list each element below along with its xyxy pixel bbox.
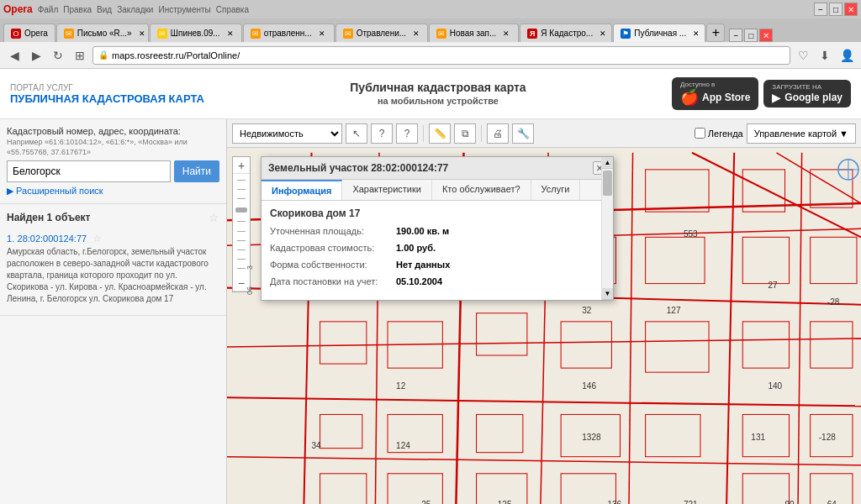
popup-tab-services[interactable]: Услуги — [531, 180, 581, 200]
manage-map-button[interactable]: Управление картой ▼ — [747, 123, 856, 144]
results-star-icon[interactable]: ☆ — [209, 211, 219, 224]
popup-body: Скорикова дом 17 Уточненная площадь: 190… — [261, 201, 613, 300]
scale-label: 3 — [246, 265, 254, 270]
view-menu[interactable]: Вид — [97, 5, 112, 14]
tab-close-yandex[interactable]: ✕ — [598, 29, 608, 39]
property-type-select[interactable]: Недвижимость ОКС Земельный участок — [232, 123, 342, 144]
tab-close-mail1[interactable]: ✕ — [137, 29, 147, 39]
tab-mail4[interactable]: ✉ Отравлени... ✕ — [335, 24, 428, 42]
help-menu[interactable]: Справка — [216, 5, 249, 14]
print-button[interactable]: 🖨 — [487, 123, 509, 144]
result-id[interactable]: 28:02:000124:77 — [18, 234, 87, 244]
popup-scroll-track[interactable] — [602, 169, 613, 288]
toolbar-separator-1 — [423, 125, 424, 142]
bookmarks-menu[interactable]: Закладки — [117, 5, 153, 14]
zoom-tick-8 — [237, 259, 246, 260]
search-input[interactable] — [7, 160, 171, 182]
result-item: 1. 28:02:000124:77 ☆ Амурская область, г… — [7, 229, 219, 308]
zoom-tick-1 — [237, 180, 246, 181]
tab-favicon-mail3: ✉ — [251, 29, 261, 39]
tabs-close-button[interactable]: ✕ — [759, 29, 773, 42]
zoom-tick-5 — [237, 231, 246, 232]
tab-close-mail2[interactable]: ✕ — [225, 29, 235, 39]
zoom-controls: + − — [232, 156, 251, 292]
googleplay-badge[interactable]: ЗАГРУЗИТЕ НА ▶ Google play — [763, 80, 851, 108]
download-icon[interactable]: ⬇ — [816, 46, 834, 65]
back-button[interactable]: ◀ — [5, 46, 24, 65]
zoom-slider[interactable] — [233, 174, 250, 275]
tab-close-mail3[interactable]: ✕ — [317, 29, 327, 39]
zoom-in-button[interactable]: + — [233, 157, 250, 174]
tools-menu[interactable]: Инструменты — [158, 5, 210, 14]
map-toolbar: Недвижимость ОКС Земельный участок ↖ ? ?… — [227, 119, 861, 148]
svg-text:140: 140 — [768, 381, 782, 391]
center-subtitle: на мобильном устройстве — [350, 95, 526, 107]
tab-active[interactable]: ⚑ Публичная ... ✕ — [613, 24, 705, 42]
file-menu[interactable]: Файл — [38, 5, 59, 14]
tab-mail3[interactable]: ✉ отравленн... ✕ — [243, 24, 335, 42]
account-icon[interactable]: 👤 — [837, 46, 856, 65]
layers-button[interactable]: ⧉ — [454, 123, 476, 144]
popup-scroll-thumb[interactable] — [603, 171, 612, 196]
opera-logo: Opera — [3, 3, 33, 15]
info-label-ownership: Форма собственности: — [270, 260, 396, 270]
tab-controls: − □ ✕ — [729, 29, 773, 42]
svg-text:146: 146 — [582, 381, 596, 391]
minimize-button[interactable]: − — [814, 3, 827, 16]
zoom-tick-7 — [237, 249, 246, 250]
tab-close-active[interactable]: ✕ — [691, 29, 701, 39]
tab-mail2[interactable]: ✉ Шпинев.09... ✕ — [150, 24, 242, 42]
legend-checkbox-label[interactable]: Легенда — [695, 128, 743, 139]
search-button[interactable]: Найти — [174, 160, 219, 182]
site-title: ПУБЛИЧНАЯ КАДАСТРОВАЯ КАРТА — [10, 92, 204, 105]
help-tool-button[interactable]: ? — [396, 123, 418, 144]
search-row: Найти — [7, 160, 219, 182]
settings-button[interactable]: 🔧 — [512, 123, 534, 144]
map-canvas[interactable]: 111 21 9 553 27 32 127 140 146 12 34 124… — [227, 148, 861, 504]
info-row-cost: Кадастровая стоимость: 1.00 руб. — [270, 243, 596, 253]
select-tool-button[interactable]: ↖ — [346, 123, 367, 144]
advanced-search-link[interactable]: ▶ Расширенный поиск — [7, 186, 219, 197]
forward-button[interactable]: ▶ — [27, 46, 45, 65]
window-controls: − □ ✕ — [814, 3, 858, 16]
zoom-tick-2 — [237, 189, 246, 190]
tab-yandex[interactable]: Я Я Кадастро... ✕ — [520, 24, 612, 42]
maximize-button[interactable]: □ — [829, 3, 843, 16]
close-button[interactable]: ✕ — [844, 3, 858, 16]
apple-icon: 🍎 — [680, 88, 699, 107]
refresh-button[interactable]: ↻ — [49, 46, 67, 65]
legend-checkbox[interactable] — [695, 128, 705, 139]
popup-title: Земельный участок 28:02:000124:77 — [268, 162, 448, 174]
appstore-badge[interactable]: Доступно в 🍎 App Store — [672, 77, 758, 110]
tabs-restore-button[interactable]: □ — [744, 29, 758, 42]
popup-tab-service[interactable]: Кто обслуживает? — [432, 180, 531, 200]
tab-opera[interactable]: O Opera — [3, 24, 55, 42]
home-button[interactable]: ⊞ — [71, 46, 89, 65]
popup-scroll-up[interactable]: ▲ — [602, 157, 613, 169]
new-tab-button[interactable]: + — [706, 24, 725, 42]
bookmark-icon[interactable]: ♡ — [794, 46, 812, 65]
tab-mail1[interactable]: ✉ Письмо «R...» ✕ — [56, 24, 149, 42]
tab-label-mail2: Шпинев.09... — [171, 29, 220, 38]
tab-close-mail5[interactable]: ✕ — [501, 29, 511, 39]
edit-menu[interactable]: Правка — [63, 5, 92, 14]
tabs-bar: O Opera ✉ Письмо «R...» ✕ ✉ Шпинев.09...… — [0, 18, 861, 42]
googleplay-content: ▶ Google play — [772, 91, 843, 104]
popup-tab-characteristics[interactable]: Характеристики — [342, 180, 432, 200]
zoom-tick-9 — [237, 268, 246, 269]
measure-tool-button[interactable]: 📏 — [429, 123, 451, 144]
info-tool-button[interactable]: ? — [371, 123, 393, 144]
tabs-minimize-button[interactable]: − — [729, 29, 742, 42]
tab-mail5[interactable]: ✉ Новая зап... ✕ — [429, 24, 520, 42]
svg-text:1328: 1328 — [582, 433, 601, 442]
popup-tab-info[interactable]: Информация — [261, 180, 342, 200]
popup-scroll-down[interactable]: ▼ — [602, 288, 613, 300]
tab-favicon-yandex: Я — [527, 29, 537, 39]
result-item-star[interactable]: ☆ — [92, 233, 102, 244]
popup-scrollbar[interactable]: ▲ ▼ — [601, 157, 613, 300]
tab-favicon-mail4: ✉ — [343, 29, 353, 39]
address-bar[interactable]: 🔒 maps.rosreestr.ru/PortalOnline/ — [92, 46, 790, 65]
tab-close-mail4[interactable]: ✕ — [411, 29, 421, 39]
zoom-handle[interactable] — [235, 207, 247, 213]
scale-label-2: 06 — [246, 286, 254, 295]
